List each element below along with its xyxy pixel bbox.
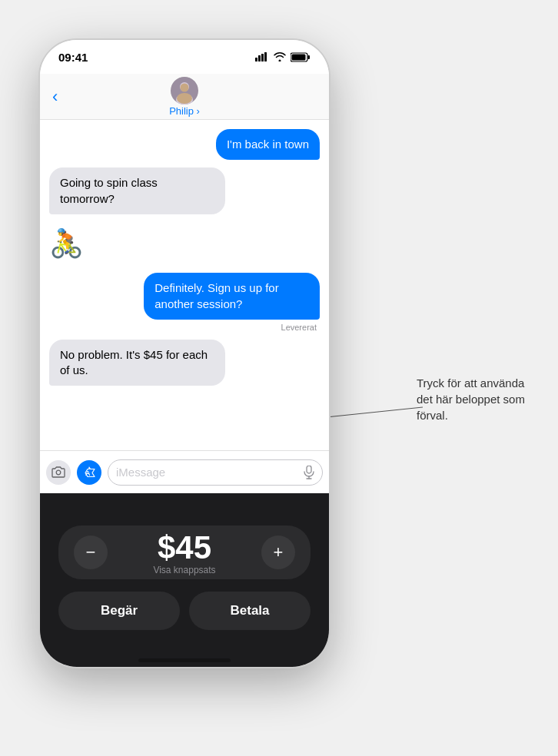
back-button[interactable]: ‹ <box>52 87 58 107</box>
home-indicator <box>138 658 231 662</box>
app-store-button[interactable]: A <box>77 460 101 485</box>
message-input[interactable]: iMessage <box>108 459 323 486</box>
message-bubble-received-2: No problem. It's $45 for each of us. <box>49 340 225 386</box>
message-row: Going to spin class tomorrow? <box>49 167 320 214</box>
svg-text:A: A <box>85 469 91 477</box>
delivered-label: Levererat <box>49 323 320 332</box>
amount-value: $45 <box>158 529 211 566</box>
svg-rect-2 <box>255 58 257 61</box>
messages-area: I'm back in town Going to spin class tom… <box>40 120 329 450</box>
camera-button[interactable] <box>46 460 71 485</box>
input-bar: A iMessage <box>40 450 329 493</box>
contact-name: Philip › <box>169 105 200 117</box>
avatar <box>171 77 198 104</box>
phone-frame: 09:41 ‹ <box>38 38 330 668</box>
annotation-text: Tryck för att använda det här beloppet s… <box>417 375 540 423</box>
svg-point-12 <box>181 83 189 91</box>
nav-bar: ‹ Philip › <box>40 74 329 120</box>
message-bubble-sent-2: Definitely. Sign us up for another sessi… <box>144 273 320 320</box>
status-bar: 09:41 <box>40 40 329 74</box>
minus-button[interactable]: − <box>74 536 108 569</box>
svg-rect-16 <box>307 466 311 473</box>
amount-hint: Visa knappsats <box>153 565 215 575</box>
mic-icon <box>304 466 314 479</box>
svg-rect-8 <box>292 54 306 60</box>
message-row: I'm back in town <box>49 129 320 160</box>
wifi-icon <box>274 52 286 61</box>
svg-rect-3 <box>258 55 261 61</box>
annotation: Tryck för att använda det här beloppet s… <box>417 375 540 423</box>
svg-rect-4 <box>261 54 264 61</box>
message-bubble-received: Going to spin class tomorrow? <box>49 167 225 214</box>
contact-header[interactable]: Philip › <box>169 77 200 117</box>
battery-icon <box>291 52 311 62</box>
message-row: Definitely. Sign us up for another sessi… <box>49 273 320 320</box>
status-time: 09:41 <box>58 51 88 64</box>
svg-point-14 <box>56 470 61 475</box>
status-icons <box>255 52 311 62</box>
amount-display: $45 Visa knappsats <box>153 529 215 575</box>
message-bubble-sent: I'm back in town <box>216 129 320 160</box>
plus-button[interactable]: + <box>261 536 295 569</box>
svg-rect-5 <box>264 52 267 61</box>
avatar-image <box>171 77 198 104</box>
message-row: No problem. It's $45 for each of us. <box>49 340 320 386</box>
camera-icon <box>51 466 65 478</box>
message-row: 🚴 <box>49 222 320 266</box>
request-button[interactable]: Begär <box>58 592 180 630</box>
payment-section: − $45 Visa knappsats + Begär Betala <box>40 493 329 668</box>
pay-button[interactable]: Betala <box>189 592 311 630</box>
amount-row: − $45 Visa knappsats + <box>58 526 311 579</box>
input-placeholder: iMessage <box>116 466 304 479</box>
message-bubble-emoji: 🚴 <box>49 222 84 266</box>
svg-rect-7 <box>308 55 311 59</box>
signal-icon <box>255 52 269 61</box>
app-store-icon: A <box>82 466 96 479</box>
payment-buttons: Begär Betala <box>58 592 311 630</box>
svg-point-13 <box>177 93 192 104</box>
